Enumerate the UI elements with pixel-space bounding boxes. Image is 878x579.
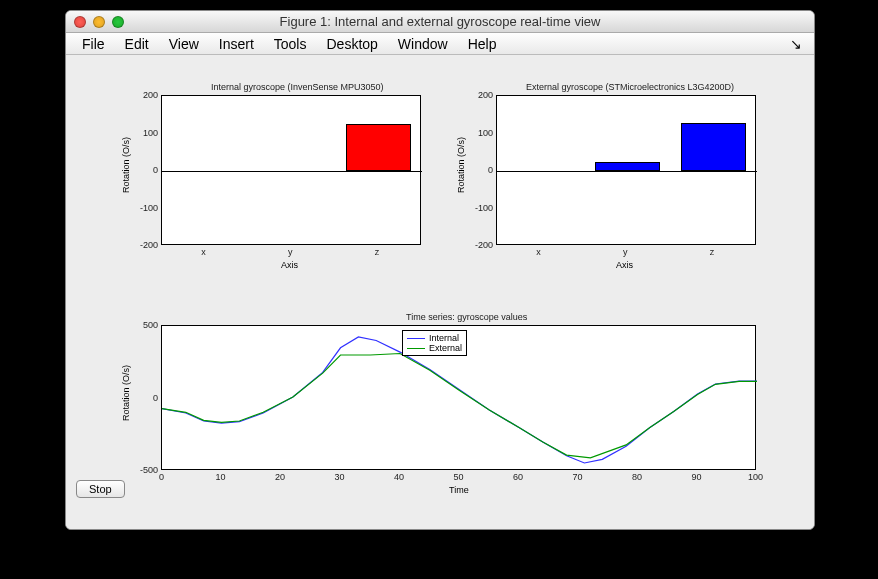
legend-item-internal: Internal [407,333,462,343]
x-tick-label: 30 [335,472,345,482]
x-tick-label: 60 [513,472,523,482]
x-tick-label: x [201,247,206,257]
x-tick-label: 50 [454,472,464,482]
y-tick-label: 200 [133,90,158,100]
axes-external-bar [496,95,756,245]
menu-desktop[interactable]: Desktop [316,34,387,54]
toolbar-corner-icon[interactable]: ↘ [790,36,808,52]
legend-label: External [429,343,462,353]
x-tick-label: 40 [394,472,404,482]
figure-area: Internal gyroscope (InvenSense MPU3050) … [66,55,814,529]
series-line [162,354,757,458]
y-tick-label: -100 [468,203,493,213]
figure-window: Figure 1: Internal and external gyroscop… [65,10,815,530]
x-axis-label: Axis [281,260,298,270]
axes-timeseries: Internal External [161,325,756,470]
legend-swatch [407,338,425,339]
x-tick-label: 90 [692,472,702,482]
y-tick-label: 100 [133,128,158,138]
bar [681,123,746,171]
axes-title: Time series: gyroscope values [406,312,527,322]
y-tick-label: 100 [468,128,493,138]
x-tick-label: x [536,247,541,257]
y-axis-label: Rotation (O/s) [121,137,131,193]
legend-label: Internal [429,333,459,343]
titlebar: Figure 1: Internal and external gyroscop… [66,11,814,33]
x-tick-label: 70 [573,472,583,482]
y-axis-label: Rotation (O/s) [456,137,466,193]
bar [346,124,411,171]
legend-item-external: External [407,343,462,353]
minimize-icon[interactable] [93,16,105,28]
y-tick-label: 0 [133,165,158,175]
y-tick-label: 200 [468,90,493,100]
menu-tools[interactable]: Tools [264,34,317,54]
x-tick-label: 10 [216,472,226,482]
zoom-icon[interactable] [112,16,124,28]
axes-internal-bar [161,95,421,245]
x-tick-label: y [288,247,293,257]
menu-view[interactable]: View [159,34,209,54]
y-tick-label: -100 [133,203,158,213]
x-tick-label: z [375,247,380,257]
menubar: File Edit View Insert Tools Desktop Wind… [66,33,814,55]
menu-help[interactable]: Help [458,34,507,54]
menu-edit[interactable]: Edit [115,34,159,54]
legend-swatch [407,348,425,349]
x-tick-label: 0 [159,472,164,482]
legend[interactable]: Internal External [402,330,467,356]
close-icon[interactable] [74,16,86,28]
stop-button[interactable]: Stop [76,480,125,498]
y-axis-label: Rotation (O/s) [121,365,131,421]
x-axis-label: Time [449,485,469,495]
bar [595,162,660,171]
x-tick-label: 20 [275,472,285,482]
menu-file[interactable]: File [72,34,115,54]
window-controls [74,16,124,28]
menu-window[interactable]: Window [388,34,458,54]
x-tick-label: z [710,247,715,257]
zero-line [162,171,422,172]
x-tick-label: 80 [632,472,642,482]
x-tick-label: y [623,247,628,257]
menu-insert[interactable]: Insert [209,34,264,54]
window-title: Figure 1: Internal and external gyroscop… [66,14,814,29]
axes-title: Internal gyroscope (InvenSense MPU3050) [211,82,384,92]
y-tick-label: 0 [133,393,158,403]
x-axis-label: Axis [616,260,633,270]
zero-line [497,171,757,172]
y-tick-label: 0 [468,165,493,175]
axes-title: External gyroscope (STMicroelectronics L… [526,82,734,92]
y-tick-label: -200 [133,240,158,250]
y-tick-label: -500 [133,465,158,475]
x-tick-label: 100 [748,472,763,482]
y-tick-label: -200 [468,240,493,250]
y-tick-label: 500 [133,320,158,330]
